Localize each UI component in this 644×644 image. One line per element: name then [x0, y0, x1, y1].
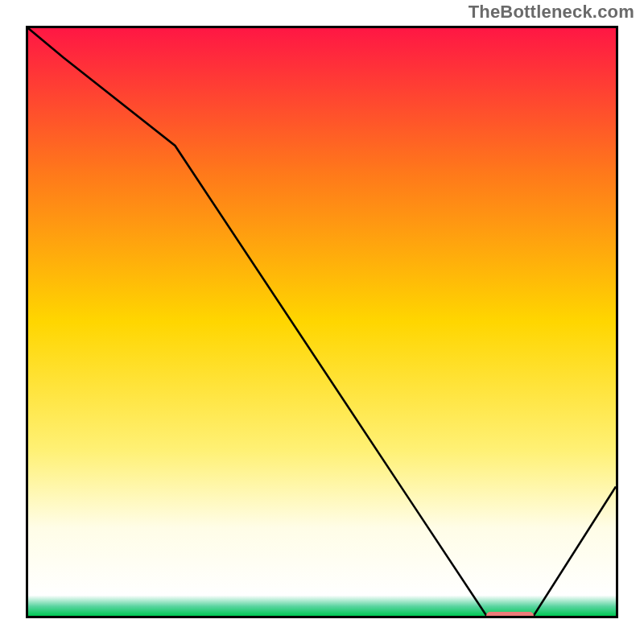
heat-background: [28, 28, 616, 616]
watermark-text: TheBottleneck.com: [469, 2, 634, 23]
chart-svg: [28, 28, 616, 616]
chart-container: TheBottleneck.com: [0, 0, 644, 644]
plot-area: [26, 26, 618, 618]
optimum-range-marker: [486, 612, 533, 618]
